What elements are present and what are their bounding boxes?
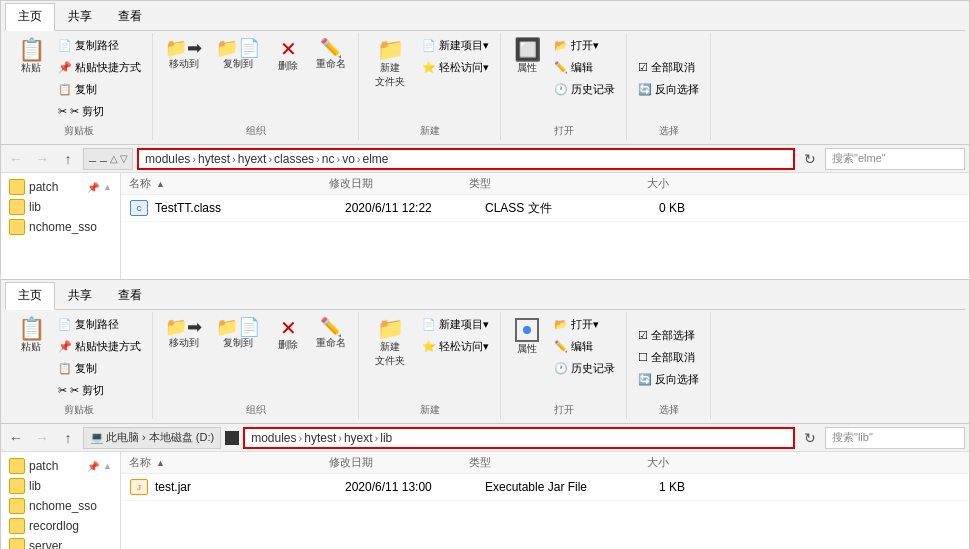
new-item-icon-bottom: 📄: [422, 318, 436, 331]
bottom-black-square: [225, 431, 239, 445]
easy-access-button-top[interactable]: ⭐ 轻松访问▾: [417, 57, 494, 78]
bottom-col-name[interactable]: 名称 ▲: [129, 455, 329, 470]
open-button-bottom[interactable]: 📂 打开▾: [549, 314, 620, 335]
properties-button-bottom[interactable]: 属性: [507, 314, 547, 360]
bottom-sidebar-item-server[interactable]: server: [1, 536, 120, 549]
open-button-top[interactable]: 📂 打开▾: [549, 35, 620, 56]
history-button-bottom[interactable]: 🕐 历史记录: [549, 358, 620, 379]
breadcrumb-hytest-top: hytest: [198, 152, 230, 166]
deselect-all-button-bottom[interactable]: ☐ 全部取消: [633, 347, 704, 368]
copy-button-bottom[interactable]: 📋 复制: [53, 358, 146, 379]
bottom-select-buttons: ☑ 全部选择 ☐ 全部取消 🔄 反向选择: [633, 314, 704, 401]
rename-button-bottom[interactable]: ✏️ 重命名: [310, 314, 352, 354]
history-button-top[interactable]: 🕐 历史记录: [549, 79, 620, 100]
tab-home-bottom[interactable]: 主页: [5, 282, 55, 310]
cut-button-top[interactable]: ✂ ✂ 剪切: [53, 101, 146, 122]
edit-button-top[interactable]: ✏️ 编辑: [549, 57, 620, 78]
bottom-file-row-testjar[interactable]: J test.jar 2020/6/11 13:00 Executable Ja…: [121, 474, 969, 501]
top-back-button[interactable]: ←: [5, 148, 27, 170]
top-sidebar-folder-icon-lib: [9, 199, 25, 215]
bottom-sidebar-folder-nchome: [9, 498, 25, 514]
move-to-icon-top: 📁➡: [165, 39, 202, 57]
paste-shortcut-button-bottom[interactable]: 📌 粘贴快捷方式: [53, 336, 146, 357]
bottom-organize-label: 组织: [246, 401, 266, 417]
top-file-date-testtt: 2020/6/11 12:22: [345, 201, 485, 215]
new-item-button-top[interactable]: 📄 新建项目▾: [417, 35, 494, 56]
bottom-select-group: ☑ 全部选择 ☐ 全部取消 🔄 反向选择 选择: [627, 312, 711, 419]
bottom-up-button[interactable]: ↑: [57, 427, 79, 449]
paste-button-bottom[interactable]: 📋 粘贴: [11, 314, 51, 358]
top-sidebar-item-lib[interactable]: lib: [1, 197, 120, 217]
bottom-quick-nav[interactable]: 💻 此电脑 › 本地磁盘 (D:): [83, 427, 221, 449]
bottom-refresh-button[interactable]: ↻: [799, 427, 821, 449]
open-icon-bottom: 📂: [554, 318, 568, 331]
new-folder-button-bottom[interactable]: 📁 新建文件夹: [365, 314, 415, 372]
bottom-forward-button[interactable]: →: [31, 427, 53, 449]
bottom-sidebar-item-recordlog[interactable]: recordlog: [1, 516, 120, 536]
new-folder-button-top[interactable]: 📁 新建文件夹: [365, 35, 415, 93]
top-up-button[interactable]: ↑: [57, 148, 79, 170]
copy-path-button-bottom[interactable]: 📄 复制路径: [53, 314, 146, 335]
tab-share-bottom[interactable]: 共享: [55, 282, 105, 309]
top-new-buttons: 📁 新建文件夹 📄 新建项目▾ ⭐ 轻松访问▾: [365, 35, 494, 122]
top-sidebar-item-patch[interactable]: patch 📌 ▲: [1, 177, 120, 197]
easy-access-icon-bottom: ⭐: [422, 340, 436, 353]
top-search-input[interactable]: 搜索"elme": [825, 148, 965, 170]
bottom-back-button[interactable]: ←: [5, 427, 27, 449]
bottom-col-date[interactable]: 修改日期: [329, 455, 469, 470]
bottom-col-size[interactable]: 大小: [589, 455, 669, 470]
move-to-button-bottom[interactable]: 📁➡ 移动到: [159, 314, 208, 354]
bottom-search-input[interactable]: 搜索"lib": [825, 427, 965, 449]
top-col-name[interactable]: 名称 ▲: [129, 176, 329, 191]
copy-button-top[interactable]: 📋 复制: [53, 79, 146, 100]
bottom-col-type[interactable]: 类型: [469, 455, 589, 470]
bottom-clipboard-label: 剪贴板: [64, 401, 94, 417]
breadcrumb-hyext-top: hyext: [238, 152, 267, 166]
rename-button-top[interactable]: ✏️ 重命名: [310, 35, 352, 75]
bottom-sidebar-item-nchome[interactable]: nchome_sso: [1, 496, 120, 516]
tab-share-top[interactable]: 共享: [55, 3, 105, 30]
bottom-sidebar-item-patch[interactable]: patch 📌 ▲: [1, 456, 120, 476]
new-item-button-bottom[interactable]: 📄 新建项目▾: [417, 314, 494, 335]
delete-button-top[interactable]: ✕ 删除: [268, 35, 308, 77]
invert-button-bottom[interactable]: 🔄 反向选择: [633, 369, 704, 390]
breadcrumb-vo-top: vo: [342, 152, 355, 166]
top-sidebar-item-nchome[interactable]: nchome_sso: [1, 217, 120, 237]
top-path-input[interactable]: modules › hytest › hyext › classes › nc …: [137, 148, 795, 170]
bottom-path-input[interactable]: modules › hytest › hyext › lib: [243, 427, 795, 449]
move-to-button-top[interactable]: 📁➡ 移动到: [159, 35, 208, 75]
delete-icon-top: ✕: [280, 39, 297, 59]
select-all-button-top[interactable]: ☑ 全部取消: [633, 57, 704, 78]
bottom-address-bar: ← → ↑ 💻 此电脑 › 本地磁盘 (D:) modules › hytest…: [1, 424, 969, 452]
top-col-type[interactable]: 类型: [469, 176, 589, 191]
copy-path-button-top[interactable]: 📄 复制路径: [53, 35, 146, 56]
edit-button-bottom[interactable]: ✏️ 编辑: [549, 336, 620, 357]
cut-icon-top: ✂: [58, 105, 67, 118]
paste-shortcut-button-top[interactable]: 📌 粘贴快捷方式: [53, 57, 146, 78]
bottom-sidebar: patch 📌 ▲ lib nchome_sso recordlog serve…: [1, 452, 121, 549]
top-file-row-testtt[interactable]: C TestTT.class 2020/6/11 12:22 CLASS 文件 …: [121, 195, 969, 222]
breadcrumb-classes-top: classes: [274, 152, 314, 166]
tab-view-bottom[interactable]: 查看: [105, 282, 155, 309]
top-col-size[interactable]: 大小: [589, 176, 669, 191]
delete-button-bottom[interactable]: ✕ 删除: [268, 314, 308, 356]
top-organize-buttons: 📁➡ 移动到 📁📄 复制到 ✕ 删除 ✏️ 重命名: [159, 35, 352, 122]
paste-button-top[interactable]: 📋 粘贴: [11, 35, 51, 79]
top-quick-access: ⚊ ⚊ △ ▽: [83, 148, 133, 170]
top-forward-button[interactable]: →: [31, 148, 53, 170]
tab-view-top[interactable]: 查看: [105, 3, 155, 30]
top-col-date[interactable]: 修改日期: [329, 176, 469, 191]
top-refresh-button[interactable]: ↻: [799, 148, 821, 170]
copy-to-button-top[interactable]: 📁📄 复制到: [210, 35, 266, 75]
copy-to-button-bottom[interactable]: 📁📄 复制到: [210, 314, 266, 354]
top-clipboard-group: 📋 粘贴 📄 复制路径 📌 粘贴快捷方式 📋: [5, 33, 153, 140]
deselect-button-top[interactable]: 🔄 反向选择: [633, 79, 704, 100]
cut-button-bottom[interactable]: ✂ ✂ 剪切: [53, 380, 146, 401]
bottom-sidebar-item-lib[interactable]: lib: [1, 476, 120, 496]
tab-home-top[interactable]: 主页: [5, 3, 55, 31]
easy-access-button-bottom[interactable]: ⭐ 轻松访问▾: [417, 336, 494, 357]
select-all-button-bottom[interactable]: ☑ 全部选择: [633, 325, 704, 346]
new-folder-icon-bottom: 📁: [377, 318, 404, 340]
bottom-new-buttons: 📁 新建文件夹 📄 新建项目▾ ⭐ 轻松访问▾: [365, 314, 494, 401]
properties-button-top[interactable]: 🔲 属性: [507, 35, 547, 79]
